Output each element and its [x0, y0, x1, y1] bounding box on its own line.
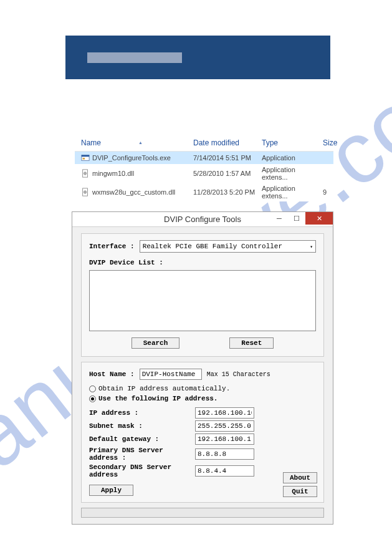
interface-dropdown[interactable]: Realtek PCIe GBE Family Controller ▾	[140, 240, 316, 253]
sort-ascending-icon: ▲	[138, 140, 143, 145]
apply-button[interactable]: Apply	[89, 485, 133, 496]
minimize-button[interactable]: ─	[270, 212, 288, 225]
file-date: 11/28/2013 5:20 PM	[193, 188, 262, 196]
file-type: Application	[262, 154, 323, 162]
close-button[interactable]: ✕	[305, 212, 333, 225]
interface-panel: Interface : Realtek PCIe GBE Family Cont…	[81, 233, 324, 357]
radio-checked-icon	[89, 395, 96, 402]
default-gateway-input[interactable]	[195, 433, 254, 445]
host-name-label: Host Name :	[89, 371, 135, 378]
column-header-size[interactable]: Size	[323, 138, 337, 147]
explorer-header-row: Name ▲ Date modified Type Size	[75, 136, 333, 152]
header-banner	[65, 36, 330, 79]
column-header-name[interactable]: Name ▲	[75, 138, 193, 147]
banner-inner-block	[87, 52, 182, 63]
file-size: 9	[323, 188, 333, 196]
radio-icon	[89, 385, 96, 392]
network-settings-panel: Host Name : Max 15 Characters Obtain IP …	[81, 362, 324, 503]
progress-bar	[81, 508, 324, 518]
radio-use-following[interactable]: Use the following IP address.	[89, 395, 316, 402]
radio-auto-label: Obtain IP address automatically.	[98, 385, 230, 392]
device-list-label: DVIP Device List :	[89, 259, 316, 266]
file-date: 5/28/2010 1:57 AM	[193, 170, 262, 177]
file-row[interactable]: mingwm10.dll 5/28/2010 1:57 AM Applicati…	[75, 164, 333, 183]
reset-button[interactable]: Reset	[229, 337, 274, 349]
file-explorer-list: Name ▲ Date modified Type Size DVIP_Conf…	[75, 136, 333, 201]
dll-file-icon	[81, 188, 90, 196]
file-type: Application extens...	[262, 166, 323, 181]
file-type: Application extens...	[262, 185, 323, 200]
file-name: wxmsw28u_gcc_custom.dll	[92, 188, 175, 196]
svg-rect-1	[82, 155, 89, 157]
primary-dns-label: Primary DNS Server address :	[89, 447, 195, 462]
ip-address-label: IP address :	[89, 409, 195, 417]
dll-file-icon	[81, 169, 90, 178]
column-header-date[interactable]: Date modified	[193, 138, 262, 147]
device-list-box[interactable]	[89, 270, 316, 331]
secondary-dns-input[interactable]	[195, 465, 254, 477]
file-name: mingwm10.dll	[92, 170, 134, 177]
column-header-type[interactable]: Type	[262, 138, 323, 147]
window-titlebar[interactable]: DVIP Configure Tools ─ ☐ ✕	[72, 212, 333, 227]
interface-selected-value: Realtek PCIe GBE Family Controller	[143, 243, 282, 250]
subnet-mask-input[interactable]	[195, 420, 254, 432]
host-max-note: Max 15 Characters	[207, 371, 270, 378]
interface-label: Interface :	[89, 243, 135, 250]
file-row[interactable]: wxmsw28u_gcc_custom.dll 11/28/2013 5:20 …	[75, 183, 333, 201]
column-header-name-text: Name	[81, 138, 101, 147]
file-name: DVIP_ConfigureTools.exe	[92, 154, 171, 162]
file-date: 7/14/2014 5:51 PM	[193, 154, 262, 162]
search-button[interactable]: Search	[131, 337, 180, 349]
ip-address-input[interactable]	[195, 407, 254, 419]
default-gateway-label: Default gateway :	[89, 435, 195, 443]
radio-manual-label: Use the following IP address.	[98, 395, 218, 402]
chevron-down-icon: ▾	[310, 244, 313, 249]
host-name-input[interactable]	[140, 369, 202, 380]
radio-obtain-auto[interactable]: Obtain IP address automatically.	[89, 385, 316, 392]
primary-dns-input[interactable]	[195, 448, 254, 460]
dvip-configure-dialog: DVIP Configure Tools ─ ☐ ✕ Interface : R…	[72, 211, 333, 525]
quit-button[interactable]: Quit	[283, 486, 317, 497]
secondary-dns-label: Secondary DNS Server address	[89, 463, 195, 478]
exe-file-icon	[81, 153, 90, 162]
about-button[interactable]: About	[283, 472, 317, 483]
subnet-mask-label: Subnet mask :	[89, 422, 195, 430]
svg-rect-2	[83, 158, 85, 160]
file-row[interactable]: DVIP_ConfigureTools.exe 7/14/2014 5:51 P…	[75, 152, 333, 164]
maximize-button[interactable]: ☐	[288, 212, 305, 225]
